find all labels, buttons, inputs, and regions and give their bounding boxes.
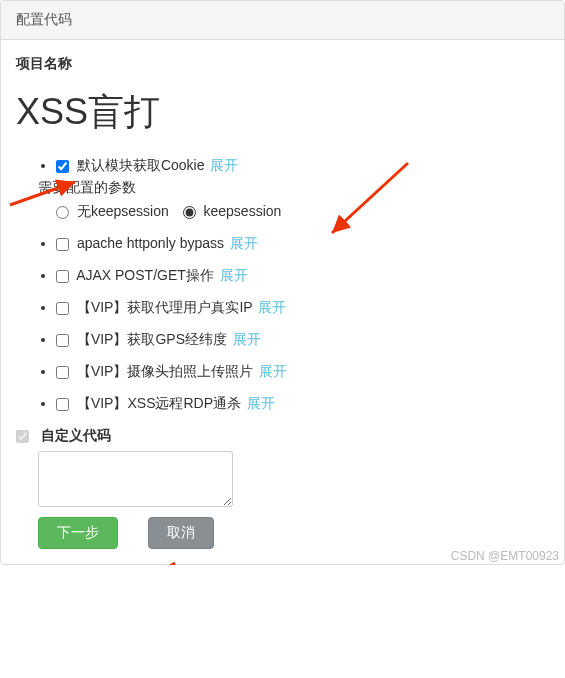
expand-link-4[interactable]: 展开 [233,331,261,347]
module-checkbox-1[interactable] [56,238,69,251]
radio-keepsession-label[interactable]: keepsession [183,203,282,219]
module-item-1: apache httponly bypass 展开 [56,235,549,253]
expand-link-6[interactable]: 展开 [247,395,275,411]
radio-group-keepsession: 无keepsession keepsession [56,203,549,221]
custom-code-label: 自定义代码 [41,427,111,443]
radio-no-keepsession-label[interactable]: 无keepsession [56,203,173,219]
panel-body: 项目名称 XSS盲打 默认模块获取Cookie 展开 需要配置的参数 无keep… [1,40,564,564]
custom-code-checkbox[interactable] [16,430,29,443]
module-label-3: 【VIP】获取代理用户真实IP [77,299,253,315]
module-list: 默认模块获取Cookie 展开 需要配置的参数 无keepsession kee… [16,157,549,413]
cancel-button[interactable]: 取消 [148,517,214,549]
module-item-5: 【VIP】摄像头拍照上传照片 展开 [56,363,549,381]
module-checkbox-0[interactable] [56,160,69,173]
next-button[interactable]: 下一步 [38,517,118,549]
expand-link-3[interactable]: 展开 [258,299,286,315]
project-title: XSS盲打 [16,88,549,137]
project-name-label: 项目名称 [16,55,549,73]
module-label-6: 【VIP】XSS远程RDP通杀 [77,395,241,411]
module-label-4: 【VIP】获取GPS经纬度 [77,331,227,347]
watermark: CSDN @EMT00923 [451,549,559,563]
expand-link-0[interactable]: 展开 [210,157,238,173]
expand-link-1[interactable]: 展开 [230,235,258,251]
module-item-4: 【VIP】获取GPS经纬度 展开 [56,331,549,349]
custom-code-row: 自定义代码 [16,427,549,445]
config-panel: 配置代码 项目名称 XSS盲打 默认模块获取Cookie 展开 需要配置的参数 … [0,0,565,565]
expand-link-2[interactable]: 展开 [220,267,248,283]
module-checkbox-3[interactable] [56,302,69,315]
module-item-0: 默认模块获取Cookie 展开 需要配置的参数 无keepsession kee… [56,157,549,221]
module-checkbox-4[interactable] [56,334,69,347]
radio-keepsession[interactable] [183,206,196,219]
radio-no-keepsession[interactable] [56,206,69,219]
module-item-3: 【VIP】获取代理用户真实IP 展开 [56,299,549,317]
module-item-2: AJAX POST/GET操作 展开 [56,267,549,285]
module-checkbox-5[interactable] [56,366,69,379]
expand-link-5[interactable]: 展开 [259,363,287,379]
module-label-5: 【VIP】摄像头拍照上传照片 [77,363,254,379]
module-checkbox-2[interactable] [56,270,69,283]
module-label-1: apache httponly bypass [77,235,224,251]
module-params-label: 需要配置的参数 [38,179,549,197]
panel-title: 配置代码 [1,1,564,40]
module-checkbox-6[interactable] [56,398,69,411]
module-item-6: 【VIP】XSS远程RDP通杀 展开 [56,395,549,413]
module-label-0: 默认模块获取Cookie [77,157,205,173]
custom-code-textarea[interactable] [38,451,233,507]
module-label-2: AJAX POST/GET操作 [76,267,214,283]
